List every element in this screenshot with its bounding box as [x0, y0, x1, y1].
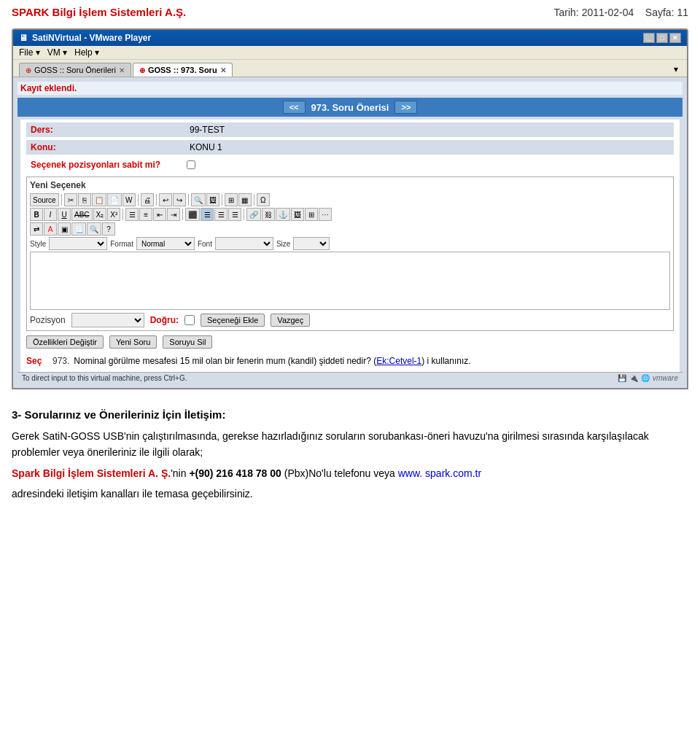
paste-button[interactable]: 📋	[92, 193, 106, 206]
table-col-button[interactable]: ▦	[238, 193, 252, 206]
font-select[interactable]	[215, 237, 273, 250]
tab-label-1: GOSS :: Soru Önerileri	[34, 66, 116, 74]
dogru-checkbox[interactable]	[184, 315, 195, 325]
sil-button[interactable]: Soruyu Sil	[163, 335, 212, 349]
find-button[interactable]: 🔍	[191, 193, 206, 206]
copy-button[interactable]: ⎘	[78, 193, 91, 206]
help-button[interactable]: ?	[102, 222, 115, 236]
sec-label: Seç	[26, 356, 48, 366]
zoom-button[interactable]: 🔍	[87, 222, 101, 236]
unlink-button[interactable]: ⛓	[262, 208, 275, 221]
inner-white-area: Ders: 99-TEST Konu: KONU 1 Seçenek pozis…	[20, 120, 680, 372]
company-title: SPARK Bilgi İşlem Sistemleri A.Ş.	[12, 6, 186, 18]
toolbar-row-1: Source ✂ ⎘ 📋 📄 W 🖨 ↩ ↪ 🔍 🖼	[30, 193, 670, 206]
link-button[interactable]: 🔗	[246, 208, 261, 221]
separator-3	[156, 194, 157, 206]
dogru-label: Doğru:	[150, 315, 179, 325]
outdent-button[interactable]: ⇤	[153, 208, 166, 221]
paste-word-button[interactable]: W	[122, 193, 136, 206]
prev-button[interactable]: <<	[283, 101, 306, 114]
more-button[interactable]: ⋯	[319, 208, 332, 221]
italic-button[interactable]: I	[44, 208, 57, 221]
editor-area[interactable]	[30, 252, 670, 310]
paste-text-button[interactable]: 📄	[107, 193, 122, 206]
form-button[interactable]: 📃	[71, 222, 86, 236]
tab-icon-1: ⊕	[26, 66, 31, 74]
main-content: Kayıt eklendi. << 973. Soru Önerisi >> D…	[13, 77, 687, 388]
secnek-checkbox[interactable]	[187, 160, 195, 169]
font-label: Font	[198, 240, 212, 248]
yeni-secnek-panel: Yeni Seçenek Source ✂ ⎘ 📋 📄 W 🖨 ↩ ↪	[26, 176, 674, 331]
section-title: 3- Sorularınız ve Önerileriniz İçin İlet…	[12, 408, 688, 421]
redo-button[interactable]: ↪	[173, 193, 186, 206]
list-ordered-button[interactable]: ≡	[139, 208, 152, 221]
undo-button[interactable]: ↩	[159, 193, 172, 206]
ozellik-button[interactable]: Özellikleri Değiştir	[26, 335, 104, 349]
size-select[interactable]	[293, 237, 330, 250]
special-char-button[interactable]: Ω	[257, 193, 270, 206]
tab-bar: ⊕ GOSS :: Soru Önerileri ✕ ⊕ GOSS :: 973…	[13, 60, 687, 77]
indent-button[interactable]: ⇥	[167, 208, 180, 221]
cut-button[interactable]: ✂	[64, 193, 77, 206]
pozisyon-label: Pozisyon	[30, 315, 66, 325]
format-select[interactable]: Normal	[136, 237, 195, 250]
align-left-button[interactable]: ⬛	[185, 208, 200, 221]
vmware-logo: vmware	[653, 374, 678, 382]
yeni-soru-button[interactable]: Yeni Soru	[109, 335, 157, 349]
align-justify-button[interactable]: ☰	[228, 208, 241, 221]
page-header: SPARK Bilgi İşlem Sistemleri A.Ş. Tarih:…	[0, 0, 700, 24]
paragraph2: Spark Bilgi İşlem Sistemleri A. Ş.'nin +…	[12, 465, 688, 481]
paragraph1: Gerek SatiN-GOSS USB'nin çalıştırılmasın…	[12, 428, 688, 461]
website[interactable]: www. spark.com.tr	[398, 467, 481, 479]
secnek-ekle-button[interactable]: Seçeneği Ekle	[201, 314, 265, 327]
vmware-titlebar: 🖥 SatiNVirtual - VMware Player _ □ ✕	[13, 30, 687, 46]
style-select[interactable]	[49, 237, 107, 250]
print-button[interactable]: 🖨	[141, 193, 154, 206]
vmware-window: 🖥 SatiNVirtual - VMware Player _ □ ✕ Fil…	[12, 28, 688, 389]
question-link[interactable]: Ek:Cetvel-1	[376, 356, 421, 366]
align-right-button[interactable]: ☰	[214, 208, 228, 221]
hdd-icon: 💾	[618, 374, 626, 382]
minimize-button[interactable]: _	[643, 33, 655, 43]
page-value: 11	[677, 7, 688, 18]
close-button[interactable]: ✕	[669, 33, 681, 43]
tab-close-1[interactable]: ✕	[119, 66, 125, 74]
window-controls[interactable]: _ □ ✕	[643, 33, 681, 43]
image2-button[interactable]: 🖼	[291, 208, 304, 221]
underline-button[interactable]: U	[58, 208, 71, 221]
maximize-button[interactable]: □	[656, 33, 668, 43]
color-button[interactable]: A	[44, 222, 57, 236]
table-button[interactable]: ⊞	[225, 193, 238, 206]
next-button[interactable]: >>	[394, 101, 417, 114]
actions-row: Özellikleri Değiştir Yeni Soru Soruyu Si…	[26, 335, 674, 349]
secnek-checkbox-area[interactable]	[187, 160, 195, 169]
tab-label-2: GOSS :: 973. Soru	[148, 66, 217, 74]
bold-button[interactable]: B	[30, 208, 43, 221]
vazgec-button[interactable]: Vazgeç	[271, 314, 310, 327]
separator-4	[188, 194, 189, 206]
menu-help[interactable]: Help ▾	[74, 47, 99, 58]
image-button[interactable]: 🖼	[206, 193, 219, 206]
subscript-button[interactable]: X₂	[93, 208, 107, 221]
source-button[interactable]: Source	[30, 193, 59, 206]
strikethrough-button[interactable]: ABC	[71, 208, 93, 221]
tab-close-2[interactable]: ✕	[220, 66, 226, 74]
separator-6	[254, 194, 254, 206]
textdir-button[interactable]: ⇄	[30, 222, 43, 236]
phone-number: +(90) 216 418 78 00	[189, 467, 281, 479]
tab-dropdown[interactable]: ▾	[671, 63, 681, 77]
anchor-button[interactable]: ⚓	[276, 208, 290, 221]
menu-vm[interactable]: VM ▾	[47, 47, 67, 58]
question-text: Nominal görülme mesafesi 15 mil olan bir…	[74, 356, 470, 366]
align-center-button[interactable]: ☰	[201, 208, 214, 221]
table2-button[interactable]: ⊞	[305, 208, 318, 221]
pozisyon-select[interactable]	[71, 313, 144, 327]
tab-973-soru[interactable]: ⊕ GOSS :: 973. Soru ✕	[133, 63, 233, 77]
tab-soru-onerileri[interactable]: ⊕ GOSS :: Soru Önerileri ✕	[19, 63, 131, 77]
secnek-row: Seçenek pozisyonları sabit mi?	[26, 158, 674, 172]
bgcolor-button[interactable]: ▣	[58, 222, 71, 236]
menu-file[interactable]: File ▾	[19, 47, 40, 58]
list-unordered-button[interactable]: ☰	[125, 208, 139, 221]
superscript-button[interactable]: X²	[107, 208, 120, 221]
yeni-secnek-title: Yeni Seçenek	[30, 180, 670, 190]
